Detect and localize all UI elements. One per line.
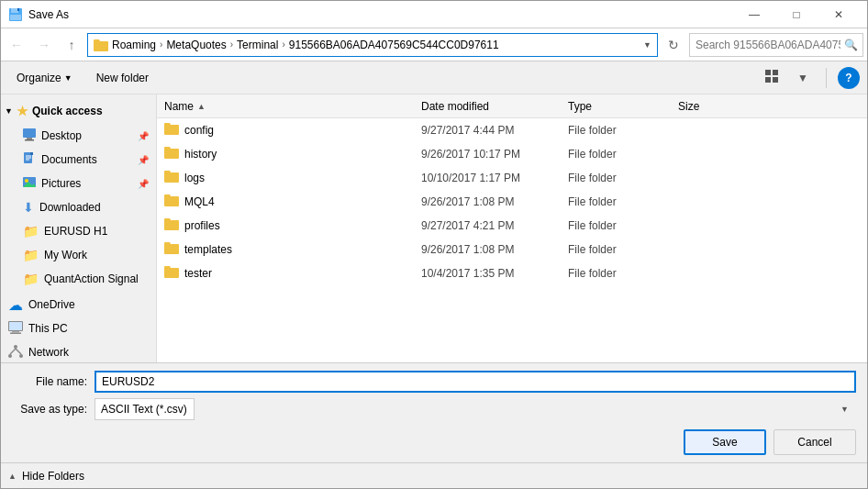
- refresh-button[interactable]: ↻: [662, 33, 685, 57]
- table-row[interactable]: logs 10/10/2017 1:17 PM File folder: [157, 166, 867, 190]
- desktop-icon: [23, 128, 36, 144]
- organize-label: Organize: [17, 72, 61, 84]
- search-input[interactable]: [689, 33, 863, 57]
- toolbar-divider: [826, 68, 827, 88]
- svg-rect-2: [17, 8, 19, 11]
- collapse-icon: ▼: [5, 106, 13, 116]
- table-row[interactable]: templates 9/26/2017 1:08 PM File folder: [157, 238, 867, 261]
- file-name-text: tester: [184, 267, 212, 280]
- thispc-icon: [8, 321, 23, 337]
- view-chevron-icon: ▼: [797, 72, 808, 84]
- minimize-button[interactable]: —: [733, 1, 775, 28]
- table-row[interactable]: config 9/27/2017 4:44 PM File folder: [157, 118, 867, 142]
- cancel-button[interactable]: Cancel: [773, 429, 856, 455]
- file-type-cell: File folder: [568, 195, 678, 208]
- button-row: Save Cancel: [12, 426, 856, 455]
- file-type-cell: File folder: [568, 267, 678, 280]
- sidebar-item-quantaction[interactable]: 📁 QuantAction Signal: [1, 267, 156, 291]
- path-segments: Roaming › MetaQuotes › Terminal › 915566…: [112, 39, 499, 51]
- sidebar-item-mywork[interactable]: 📁 My Work: [1, 243, 156, 267]
- file-folder-icon: [164, 241, 179, 257]
- sidebar-item-eurusd[interactable]: 📁 EURUSD H1: [1, 219, 156, 243]
- quick-access-section: ▼ ★ Quick access Desktop 📌: [1, 98, 156, 291]
- svg-rect-7: [773, 77, 778, 83]
- sidebar-item-thispc[interactable]: This PC: [1, 317, 156, 340]
- forward-button[interactable]: →: [32, 33, 56, 57]
- network-label: Network: [28, 346, 69, 359]
- file-name-text: MQL4: [184, 195, 215, 208]
- view-chevron-button[interactable]: ▼: [791, 66, 815, 90]
- path-terminal: Terminal: [237, 39, 278, 51]
- file-date-cell: 9/27/2017 4:21 PM: [421, 219, 568, 232]
- thispc-label: This PC: [28, 322, 68, 335]
- path-metaquotes: MetaQuotes: [166, 39, 226, 51]
- table-row[interactable]: tester 10/4/2017 1:35 PM File folder: [157, 261, 867, 285]
- organize-button[interactable]: Organize ▼: [8, 66, 81, 90]
- back-button[interactable]: ←: [5, 33, 28, 57]
- hide-folders-chevron-icon: ▲: [8, 472, 17, 481]
- file-type-cell: File folder: [568, 243, 678, 256]
- pictures-icon: [23, 176, 36, 192]
- column-date-label: Date modified: [421, 100, 489, 113]
- filename-input[interactable]: [95, 371, 856, 393]
- quick-access-star-icon: ★: [17, 104, 28, 118]
- view-button[interactable]: [760, 66, 784, 90]
- svg-rect-1: [11, 8, 18, 13]
- file-folder-icon: [164, 170, 179, 185]
- save-button[interactable]: Save: [684, 429, 766, 455]
- svg-line-27: [16, 349, 21, 354]
- title-bar-left: Save As: [8, 7, 69, 22]
- sidebar-item-documents[interactable]: Documents 📌: [1, 148, 156, 172]
- quick-access-label: Quick access: [32, 105, 103, 117]
- table-row[interactable]: profiles 9/27/2017 4:21 PM File folder: [157, 214, 867, 238]
- saveastype-select[interactable]: ASCII Text (*.csv): [95, 398, 195, 420]
- up-button[interactable]: ↑: [60, 33, 83, 57]
- column-date[interactable]: Date modified: [421, 100, 568, 113]
- file-folder-icon: [164, 146, 179, 161]
- svg-rect-22: [10, 332, 21, 334]
- onedrive-label: OneDrive: [28, 298, 75, 311]
- sidebar-item-downloaded[interactable]: ⬇ Downloaded: [1, 195, 156, 219]
- help-button[interactable]: ?: [838, 67, 860, 89]
- maximize-button[interactable]: □: [775, 1, 818, 28]
- saveastype-row: Save as type: ASCII Text (*.csv): [12, 398, 856, 420]
- filename-row: File name:: [12, 371, 856, 393]
- table-row[interactable]: history 9/26/2017 10:17 PM File folder: [157, 142, 867, 166]
- table-row[interactable]: MQL4 9/26/2017 1:08 PM File folder: [157, 190, 867, 214]
- column-size[interactable]: Size: [678, 100, 751, 113]
- pictures-label: Pictures: [41, 177, 81, 190]
- new-folder-button[interactable]: New folder: [88, 66, 157, 90]
- file-name-text: profiles: [184, 219, 220, 232]
- svg-point-25: [19, 354, 23, 358]
- svg-rect-20: [9, 322, 22, 330]
- sidebar-item-pictures[interactable]: Pictures 📌: [1, 172, 156, 195]
- svg-rect-3: [10, 15, 21, 20]
- svg-rect-5: [773, 70, 778, 75]
- svg-rect-12: [30, 152, 33, 155]
- documents-icon: [23, 152, 36, 168]
- hide-folders-bar[interactable]: ▲ Hide Folders: [1, 462, 867, 488]
- column-type[interactable]: Type: [568, 100, 678, 113]
- close-button[interactable]: ✕: [818, 1, 860, 28]
- new-folder-label: New folder: [96, 72, 149, 84]
- network-icon: [8, 345, 23, 361]
- hide-folders-label: Hide Folders: [22, 470, 84, 483]
- address-bar: ← → ↑ Roaming › MetaQuotes › Terminal › …: [1, 28, 867, 61]
- svg-rect-9: [27, 138, 32, 139]
- svg-point-23: [14, 345, 17, 349]
- file-name-cell: config: [164, 122, 421, 138]
- mywork-folder-icon: 📁: [23, 248, 39, 262]
- file-folder-icon: [164, 217, 179, 233]
- quick-access-header[interactable]: ▼ ★ Quick access: [1, 98, 156, 124]
- bottom-panel: File name: Save as type: ASCII Text (*.c…: [1, 362, 867, 462]
- eurusd-folder-icon: 📁: [23, 224, 39, 239]
- sidebar-item-network[interactable]: Network: [1, 340, 156, 362]
- path-roaming: Roaming: [112, 39, 156, 51]
- save-as-dialog: Save As — □ ✕ ← → ↑ Roaming › MetaQuotes…: [0, 0, 868, 489]
- address-path[interactable]: Roaming › MetaQuotes › Terminal › 915566…: [87, 33, 658, 57]
- column-name[interactable]: Name ▲: [164, 100, 421, 113]
- sidebar-item-desktop[interactable]: Desktop 📌: [1, 124, 156, 148]
- file-date-cell: 9/27/2017 4:44 PM: [421, 124, 568, 137]
- sidebar-item-onedrive[interactable]: ☁ OneDrive: [1, 293, 156, 317]
- onedrive-icon: ☁: [8, 296, 23, 314]
